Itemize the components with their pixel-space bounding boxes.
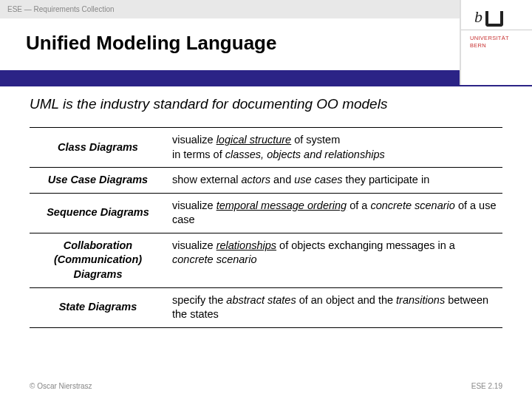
logo-loc: BERN bbox=[470, 42, 532, 50]
content-area: UML is the industry standard for documen… bbox=[30, 96, 502, 328]
page-number: ESE 2.19 bbox=[471, 382, 502, 390]
university-logo: b UNIVERSITÄT BERN bbox=[460, 0, 532, 85]
row-description: visualize logical structure of systemin … bbox=[166, 128, 502, 168]
divider-bar bbox=[0, 70, 532, 86]
table-row: Sequence Diagramsvisualize temporal mess… bbox=[30, 193, 502, 233]
row-label: Collaboration (Communication) Diagrams bbox=[30, 233, 166, 287]
table-row: State Diagramsspecify the abstract state… bbox=[30, 287, 502, 327]
row-description: show external actors and use cases they … bbox=[166, 168, 502, 194]
logo-letter-b: b bbox=[474, 7, 482, 27]
row-label: State Diagrams bbox=[30, 287, 166, 327]
logo-name: UNIVERSITÄT bbox=[470, 35, 532, 42]
logo-u-shape bbox=[485, 11, 503, 27]
intro-text: UML is the industry standard for documen… bbox=[30, 96, 502, 112]
footer: © Oscar Nierstrasz ESE 2.19 bbox=[30, 382, 502, 390]
logo-mark: b bbox=[461, 0, 532, 30]
row-label: Class Diagrams bbox=[30, 128, 166, 168]
slide-title: Unified Modeling Language bbox=[26, 32, 532, 55]
title-area: Unified Modeling Language bbox=[0, 18, 532, 70]
logo-text: UNIVERSITÄT BERN bbox=[461, 30, 532, 50]
row-label: Use Case Diagrams bbox=[30, 168, 166, 194]
row-description: visualize relationships of objects excha… bbox=[166, 233, 502, 287]
table-row: Collaboration (Communication) Diagramsvi… bbox=[30, 233, 502, 287]
row-description: specify the abstract states of an object… bbox=[166, 287, 502, 327]
row-description: visualize temporal message ordering of a… bbox=[166, 193, 502, 233]
table-row: Use Case Diagramsshow external actors an… bbox=[30, 168, 502, 194]
copyright: © Oscar Nierstrasz bbox=[30, 382, 92, 390]
breadcrumb-bar: ESE — Requirements Collection bbox=[0, 0, 532, 18]
row-label: Sequence Diagrams bbox=[30, 193, 166, 233]
diagrams-table: Class Diagramsvisualize logical structur… bbox=[30, 127, 502, 328]
breadcrumb: ESE — Requirements Collection bbox=[7, 5, 115, 13]
table-row: Class Diagramsvisualize logical structur… bbox=[30, 128, 502, 168]
